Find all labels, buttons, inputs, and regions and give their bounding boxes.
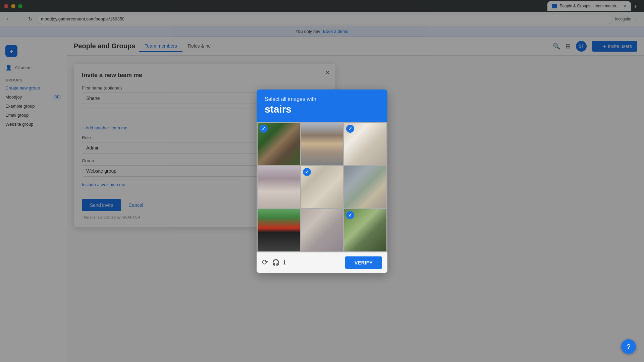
captcha-cell-4[interactable]: ✓: [258, 166, 300, 208]
captcha-cell-6[interactable]: ✓: [344, 166, 386, 208]
captcha-cell-9[interactable]: ✓: [344, 209, 386, 251]
captcha-audio-btn[interactable]: 🎧: [272, 259, 279, 266]
captcha-keyword: stairs: [265, 104, 379, 115]
captcha-grid: ✓ ✓ ✓ ✓ ✓ ✓ ✓ ✓: [257, 122, 387, 252]
captcha-footer-actions: ⟳ 🎧 ℹ: [262, 258, 286, 267]
help-btn[interactable]: ?: [621, 339, 636, 354]
captcha-header: Select all images with stairs: [257, 89, 387, 122]
captcha-overlay: Select all images with stairs ✓ ✓ ✓ ✓ ✓: [0, 0, 644, 362]
captcha-info-btn[interactable]: ℹ: [283, 259, 286, 266]
captcha-footer: ⟳ 🎧 ℹ VERIFY: [257, 252, 387, 273]
captcha-widget: Select all images with stairs ✓ ✓ ✓ ✓ ✓: [257, 89, 387, 273]
captcha-check-1: ✓: [260, 125, 268, 133]
captcha-check-9: ✓: [346, 211, 354, 219]
captcha-check-5: ✓: [303, 168, 311, 176]
captcha-cell-8[interactable]: ✓: [301, 209, 343, 251]
captcha-cell-5[interactable]: ✓: [301, 166, 343, 208]
captcha-check-3: ✓: [346, 125, 354, 133]
captcha-refresh-btn[interactable]: ⟳: [262, 258, 268, 267]
captcha-verify-btn[interactable]: VERIFY: [345, 256, 382, 269]
captcha-cell-3[interactable]: ✓: [344, 123, 386, 165]
captcha-instruction: Select all images with: [265, 96, 379, 102]
captcha-cell-2[interactable]: ✓: [301, 123, 343, 165]
captcha-cell-1[interactable]: ✓: [258, 123, 300, 165]
captcha-cell-7[interactable]: ✓: [258, 209, 300, 251]
